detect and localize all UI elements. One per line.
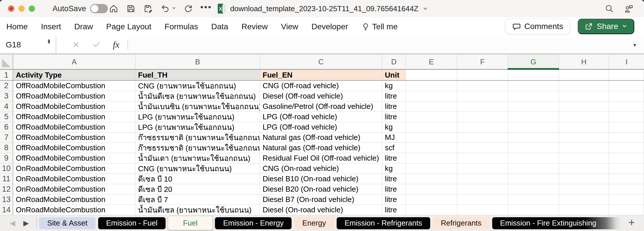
cell-D13[interactable]: litre <box>382 195 406 205</box>
formula-bar-expand-icon[interactable]: ▼ <box>632 43 637 48</box>
name-box[interactable]: G18 ▲▼ <box>0 36 56 53</box>
cell-I6[interactable] <box>609 122 644 132</box>
row-number[interactable]: 2 <box>0 81 13 91</box>
share-button[interactable]: Share <box>578 19 634 34</box>
undo-icon[interactable] <box>160 3 170 14</box>
sheet-tab-energy[interactable]: Energy <box>294 217 334 229</box>
cell-E6[interactable] <box>406 122 457 132</box>
cell-E13[interactable] <box>406 195 457 205</box>
cell-H3[interactable] <box>559 91 609 101</box>
sheet-nav-next-icon[interactable]: ▶ <box>23 219 29 227</box>
ribbon-tab-draw[interactable]: Draw <box>74 22 93 31</box>
cell-A8[interactable]: OffRoadMobileCombustion <box>13 143 135 153</box>
ribbon-tab-home[interactable]: Home <box>6 22 28 31</box>
cell-H12[interactable] <box>559 184 609 195</box>
close-button[interactable] <box>8 5 14 12</box>
cell-I4[interactable] <box>609 101 644 112</box>
column-header-E[interactable]: E <box>406 55 457 69</box>
minimize-button[interactable] <box>18 5 25 12</box>
cell-F11[interactable] <box>457 174 508 184</box>
cell-C11[interactable]: Diesel B10 (On-road vehicle) <box>260 174 382 184</box>
sheet-nav-prev-icon[interactable]: ◀ <box>10 219 15 227</box>
cell-H1[interactable] <box>559 70 609 80</box>
cell-I14[interactable] <box>609 205 644 215</box>
cell-F7[interactable] <box>457 132 508 143</box>
save-as-icon[interactable] <box>143 3 153 14</box>
cell-C12[interactable]: Diesel B20 (On-road vehicle) <box>260 184 382 195</box>
column-header-I[interactable]: I <box>609 55 644 69</box>
cell-I13[interactable] <box>609 195 644 205</box>
cell-C2[interactable]: CNG (Off-road vehicle) <box>260 81 382 91</box>
cell-B1[interactable]: Fuel_TH <box>135 70 260 80</box>
cell-F6[interactable] <box>457 122 508 132</box>
cell-H6[interactable] <box>559 122 609 132</box>
cell-E5[interactable] <box>406 112 457 122</box>
cell-A1[interactable]: Activity Type <box>13 70 135 80</box>
cell-A11[interactable]: OnRoadMobileCombustion <box>13 174 135 184</box>
sheet-tab-emission-refrigerants[interactable]: Emission - Refrigerants <box>337 217 430 229</box>
cell-F4[interactable] <box>457 101 508 112</box>
cell-I8[interactable] <box>609 143 644 153</box>
redo-icon[interactable] <box>183 3 193 14</box>
row-number[interactable]: 14 <box>0 205 13 215</box>
row-number[interactable]: 8 <box>0 143 13 153</box>
cell-I3[interactable] <box>609 91 644 101</box>
cell-C14[interactable]: Diesel (On-road vehicle) <box>260 205 382 215</box>
insert-function-icon[interactable]: fx <box>113 39 119 50</box>
cell-G10[interactable] <box>508 163 559 174</box>
cell-A7[interactable]: OffRoadMobileCombustion <box>13 132 135 143</box>
confirm-entry-icon[interactable] <box>92 40 101 50</box>
cell-A9[interactable]: OffRoadMobileCombustion <box>13 153 135 163</box>
cell-D1[interactable]: Unit <box>382 70 406 80</box>
cell-A10[interactable]: OnRoadMobileCombustion <box>13 163 135 174</box>
row-number[interactable]: 6 <box>0 122 13 132</box>
cell-B12[interactable]: ดีเซล บี 20 <box>135 184 260 195</box>
cell-H10[interactable] <box>559 163 609 174</box>
cell-G4[interactable] <box>508 101 559 112</box>
cell-G6[interactable] <box>508 122 559 132</box>
cell-G3[interactable] <box>508 91 559 101</box>
cell-B3[interactable]: น้ำมันดีเซล (ยานพาหนะใช้นอกถนน) <box>135 91 260 101</box>
more-toolbar-options-icon[interactable]: ••• <box>200 2 212 15</box>
row-number[interactable]: 11 <box>0 174 13 184</box>
cell-C7[interactable]: Natural gas (Off-road vehicle) <box>260 132 382 143</box>
cell-B4[interactable]: น้ำมันเบนซิน (ยานพาหนะใช้นอกถนน) <box>135 101 260 112</box>
cell-F8[interactable] <box>457 143 508 153</box>
cell-B6[interactable]: LPG (ยานพาหนะใช้นอกถนน) <box>135 122 260 132</box>
column-header-A[interactable]: A <box>13 55 135 69</box>
cell-B2[interactable]: CNG (ยานพาหนะใช้นอกถนน) <box>135 81 260 91</box>
cell-D9[interactable]: litre <box>382 153 406 163</box>
cell-E3[interactable] <box>406 91 457 101</box>
sheet-tab-fuel[interactable]: Fuel <box>168 216 213 230</box>
cell-H9[interactable] <box>559 153 609 163</box>
cell-D7[interactable]: MJ <box>382 132 406 143</box>
sheet-tab-emission-fuel[interactable]: Emission - Fuel <box>98 217 166 229</box>
cell-C8[interactable]: Natural gas (Off-road vehicle) <box>260 143 382 153</box>
cell-C13[interactable]: Diesel B7 (On-road vehicle) <box>260 195 382 205</box>
cell-I2[interactable] <box>609 81 644 91</box>
ribbon-tab-insert[interactable]: Insert <box>41 22 61 31</box>
column-header-H[interactable]: H <box>559 55 609 69</box>
cell-G14[interactable] <box>508 205 559 215</box>
cell-I11[interactable] <box>609 174 644 184</box>
cell-A2[interactable]: OffRoadMobileCombustion <box>13 81 135 91</box>
cell-B13[interactable]: ดีเซล บี 7 <box>135 195 260 205</box>
cell-D3[interactable]: litre <box>382 91 406 101</box>
cell-H13[interactable] <box>559 195 609 205</box>
cell-I12[interactable] <box>609 184 644 195</box>
cell-G1[interactable] <box>508 70 559 80</box>
cell-B11[interactable]: ดีเซล บี 10 <box>135 174 260 184</box>
formula-input[interactable] <box>128 39 644 51</box>
row-number[interactable]: 12 <box>0 184 13 195</box>
cell-H7[interactable] <box>559 132 609 143</box>
cell-G12[interactable] <box>508 184 559 195</box>
row-number[interactable]: 9 <box>0 153 13 163</box>
autosave-toggle[interactable] <box>90 4 108 13</box>
cell-I1[interactable] <box>609 70 644 80</box>
cell-D11[interactable]: litre <box>382 174 406 184</box>
cell-H11[interactable] <box>559 174 609 184</box>
cell-A14[interactable]: OnRoadMobileCombustion <box>13 205 135 215</box>
column-header-G[interactable]: G <box>508 55 559 69</box>
cell-H8[interactable] <box>559 143 609 153</box>
cell-B8[interactable]: ก๊าซธรรมชาติ (ยานพาหนะใช้นอกถนน) <box>135 143 260 153</box>
